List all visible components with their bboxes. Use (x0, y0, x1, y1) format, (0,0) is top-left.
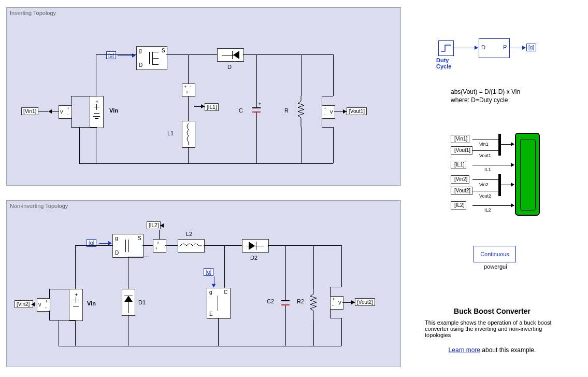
d2-label: D2 (250, 255, 257, 261)
l2-label: L2 (186, 231, 192, 237)
il1-current-sensor[interactable]: + - i (182, 83, 195, 97)
footer-link-line: Learn more about this example. (425, 346, 560, 354)
l1-label: L1 (167, 130, 174, 136)
vin2-voltmeter[interactable]: v + - (37, 298, 50, 312)
il1-goto-tag[interactable]: [IL1] (205, 103, 219, 111)
vin2-goto-tag[interactable]: [Vin2] (15, 300, 33, 308)
footer-desc: This example shows the operation of a bu… (425, 319, 560, 338)
scope-from-il1[interactable]: [IL1] (451, 161, 466, 169)
switch1-block[interactable]: g D S (112, 234, 144, 258)
vin-voltmeter[interactable]: v + - (59, 105, 72, 119)
mosfet-block[interactable]: g D S (136, 46, 167, 70)
powergui-label: powergui (484, 263, 507, 270)
c-capacitor-block[interactable]: + (250, 96, 263, 127)
scope-from-il2[interactable]: [IL2] (451, 201, 466, 210)
sig2-label: Vout1 (479, 153, 491, 158)
r2-resistor-block[interactable] (307, 289, 320, 320)
equation-line1: abs(Vout) = D/(1-D) x Vin (451, 88, 520, 95)
d1-label: D1 (138, 299, 146, 305)
sig6-label: IL2 (484, 207, 491, 213)
il2-current-sensor[interactable]: + i (153, 239, 166, 253)
vin-source-block[interactable]: + (90, 96, 104, 128)
mux1[interactable] (498, 134, 501, 156)
scope-from-vout1[interactable]: [Vout1] (451, 146, 472, 155)
vin1-goto-tag[interactable]: [Vin1] (21, 107, 38, 115)
learn-more-link[interactable]: Learn more (449, 346, 480, 354)
vin2-source-block[interactable]: + (69, 289, 83, 321)
noninverting-panel-title: Non-inverting Topology (10, 203, 68, 209)
inverting-panel-title: Inverting Topology (10, 10, 56, 16)
scope-from-vout2[interactable]: [Vout2] (451, 187, 472, 195)
d1-diode-block[interactable] (122, 289, 135, 316)
g-goto-tag[interactable]: [g] (526, 44, 536, 51)
l1-inductor-block[interactable] (182, 121, 195, 148)
vout1-voltmeter[interactable]: + - v (322, 105, 335, 119)
il2-goto-tag[interactable]: [IL2] (147, 221, 161, 229)
noninverting-topology-panel: Non-inverting Topology + Vin v + - [Vin2… (6, 200, 401, 367)
c2-capacitor-block[interactable] (279, 289, 292, 320)
sig5-label: Vout2 (479, 193, 491, 199)
d2-diode-block[interactable] (242, 239, 269, 253)
powergui-block[interactable]: Continuous (474, 246, 516, 262)
inverting-topology-panel: Inverting Topology + Vin v + - [Vin1] [g… (6, 7, 401, 186)
mux2[interactable] (498, 174, 501, 196)
duty-dp-block[interactable]: D P (479, 38, 510, 58)
vout1-goto-tag[interactable]: [Vout1] (347, 107, 367, 115)
sig1-label: Vin1 (479, 142, 489, 147)
r2-label: R2 (297, 298, 304, 304)
g-from-tag-inverting[interactable]: [g] (106, 51, 116, 59)
c2-label: C2 (267, 298, 274, 304)
c-label: C (239, 107, 243, 114)
diode-d-block[interactable] (217, 48, 244, 62)
switch2-igbt-block[interactable]: g C E (207, 288, 231, 319)
vin2-label: Vin (87, 300, 96, 306)
l2-inductor-block[interactable] (178, 239, 205, 253)
r-label: R (284, 107, 289, 114)
scope-block[interactable] (515, 133, 540, 216)
r-resistor-block[interactable] (295, 96, 307, 127)
g-from-tag-noninv-2[interactable]: [g] (204, 268, 213, 276)
vin-label: Vin (109, 107, 118, 114)
equation-line2: where: D=Duty cycle (451, 96, 508, 104)
scope-from-vin1[interactable]: [Vin1] (451, 135, 469, 143)
duty-step-block[interactable] (438, 40, 454, 56)
sig3-label: IL1 (484, 167, 491, 172)
duty-label: Duty Cycle (436, 57, 451, 69)
scope-from-vin2[interactable]: [Vin2] (451, 175, 469, 184)
vout2-goto-tag[interactable]: [Vout2] (355, 298, 375, 306)
footer-title: Buck Boost Converter (425, 307, 560, 315)
sig4-label: Vin2 (479, 182, 489, 187)
diode-d-label: D (227, 64, 232, 70)
vout2-voltmeter[interactable]: + - v (330, 296, 343, 310)
